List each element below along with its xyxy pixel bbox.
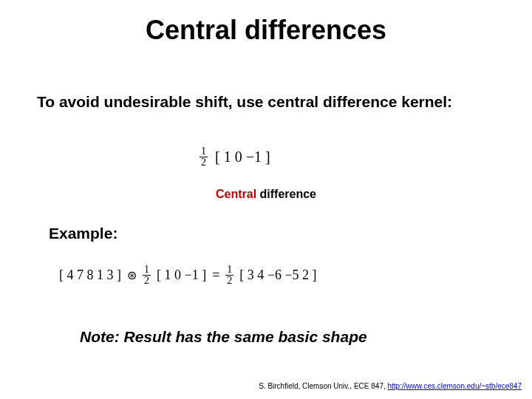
fraction-denominator: 2 <box>200 157 208 168</box>
example-fraction-left: 1 2 <box>143 265 151 286</box>
convolution-operator: ⊛ <box>127 268 137 282</box>
footer-text: S. Birchfield, Clemson Univ., ECE 847, <box>259 382 387 390</box>
example-fraction-right: 1 2 <box>225 265 233 286</box>
lead-text: To avoid undesirable shift, use central … <box>37 93 510 111</box>
caption-rest: difference <box>256 188 316 200</box>
example-equation: [ 4 7 8 1 3 ] ⊛ 1 2 [ 1 0 −1 ] = 1 2 [ 3… <box>59 265 317 286</box>
slide-title: Central differences <box>0 15 532 46</box>
caption-red-word: Central <box>216 188 256 200</box>
result-frac-den: 2 <box>225 276 233 286</box>
example-result: [ 3 4 −6 −5 2 ] <box>239 267 316 283</box>
example-frac-num: 1 <box>143 265 151 276</box>
footer: S. Birchfield, Clemson Univ., ECE 847, h… <box>259 382 522 390</box>
fraction-half: 1 2 <box>200 146 208 168</box>
kernel-vector: [ 1 0 −1 ] <box>215 149 270 166</box>
example-frac-den: 2 <box>143 276 151 286</box>
fraction-numerator: 1 <box>200 146 208 157</box>
example-kernel: [ 1 0 −1 ] <box>157 267 206 283</box>
kernel-equation: 1 2 [ 1 0 −1 ] <box>200 146 270 168</box>
example-heading: Example: <box>49 225 117 242</box>
result-frac-num: 1 <box>225 265 233 276</box>
note-text: Note: Result has the same basic shape <box>80 328 367 346</box>
kernel-caption: Central difference <box>0 188 532 201</box>
equals-sign: = <box>212 267 219 283</box>
slide: Central differences To avoid undesirable… <box>0 0 532 399</box>
example-signal: [ 4 7 8 1 3 ] <box>59 267 121 283</box>
footer-link[interactable]: http://www.ces.clemson.edu/~stb/ece847 <box>388 382 522 390</box>
